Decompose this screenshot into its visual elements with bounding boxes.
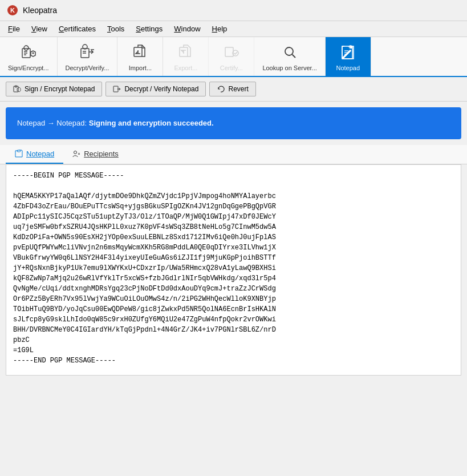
notepad-label: Notepad	[336, 64, 360, 71]
decrypt-verify-button[interactable]: Decrypt/Verify...	[58, 37, 118, 76]
menu-window[interactable]: Window	[168, 22, 206, 35]
tab-recipients[interactable]: Recipients	[63, 145, 128, 164]
success-banner: Notepad → Notepad: Signing and encryptio…	[6, 107, 461, 139]
recipients-tab-label: Recipients	[84, 150, 119, 158]
action-bar: Sign / Encrypt Notepad Decrypt / Verify …	[0, 77, 467, 102]
svg-point-30	[74, 151, 77, 154]
svg-rect-18	[225, 47, 233, 57]
sign-encrypt-notepad-icon	[13, 85, 21, 93]
decrypt-verify-label: Decrypt/Verify...	[66, 64, 109, 71]
decrypt-verify-icon	[77, 42, 98, 62]
export-icon	[176, 42, 196, 62]
decrypt-verify-notepad-button[interactable]: Decrypt / Verify Notepad	[105, 82, 206, 96]
menu-settings[interactable]: Settings	[130, 22, 168, 35]
decrypt-verify-notepad-icon	[113, 85, 121, 93]
sign-encrypt-notepad-button[interactable]: Sign / Encrypt Notepad	[6, 82, 102, 96]
lookup-server-icon	[279, 42, 300, 62]
lookup-server-label: Lookup on Server...	[262, 64, 316, 71]
menu-tools[interactable]: Tools	[101, 22, 130, 35]
sign-encrypt-button[interactable]: Sign/Encrypt...	[0, 37, 58, 76]
export-button: Export...	[163, 37, 209, 76]
revert-button[interactable]: Revert	[209, 82, 255, 96]
import-label: Import...	[129, 64, 152, 71]
tabs-bar: Notepad Recipients	[0, 145, 467, 164]
svg-text:K: K	[10, 7, 15, 14]
menu-bar: File View Certificates Tools Settings Wi…	[0, 21, 467, 37]
lookup-server-button[interactable]: Lookup on Server...	[254, 37, 325, 76]
svg-rect-28	[113, 86, 118, 92]
sign-encrypt-notepad-label: Sign / Encrypt Notepad	[25, 85, 95, 93]
notepad-tab-icon	[15, 150, 23, 158]
svg-point-20	[285, 47, 293, 55]
notepad-icon	[338, 42, 358, 62]
app-logo: K	[7, 5, 18, 16]
app-title: Kleopatra	[23, 6, 57, 15]
menu-help[interactable]: Help	[206, 22, 233, 35]
sign-encrypt-icon	[18, 42, 39, 62]
revert-icon	[217, 85, 225, 93]
export-label: Export...	[174, 64, 197, 71]
import-button[interactable]: Import...	[117, 37, 163, 76]
recipients-tab-icon	[72, 150, 80, 158]
certify-icon	[221, 42, 242, 62]
banner-message: Signing and encryption succeeded.	[89, 119, 214, 127]
tab-notepad[interactable]: Notepad	[6, 145, 63, 164]
svg-line-21	[293, 55, 296, 58]
revert-label: Revert	[228, 85, 248, 93]
notepad-button[interactable]: Notepad	[326, 37, 371, 76]
svg-rect-3	[24, 46, 29, 50]
certify-label: Certify...	[220, 64, 243, 71]
title-bar: K Kleopatra	[0, 0, 467, 21]
decrypt-verify-notepad-label: Decrypt / Verify Notepad	[124, 85, 198, 93]
notepad-tab-label: Notepad	[26, 150, 54, 158]
menu-file[interactable]: File	[2, 22, 26, 35]
pgp-text-area[interactable]: -----BEGIN PGP MESSAGE----- hQEMA5KKYP17…	[6, 164, 461, 376]
svg-point-7	[32, 53, 34, 54]
toolbar: Sign/Encrypt... Decrypt/Verify...	[0, 37, 467, 77]
certify-button: Certify...	[209, 37, 254, 76]
sign-encrypt-label: Sign/Encrypt...	[8, 64, 49, 71]
banner-prefix: Notepad → Notepad:	[17, 119, 89, 127]
menu-view[interactable]: View	[26, 22, 53, 35]
import-icon	[130, 42, 151, 62]
menu-certificates[interactable]: Certificates	[53, 22, 101, 35]
